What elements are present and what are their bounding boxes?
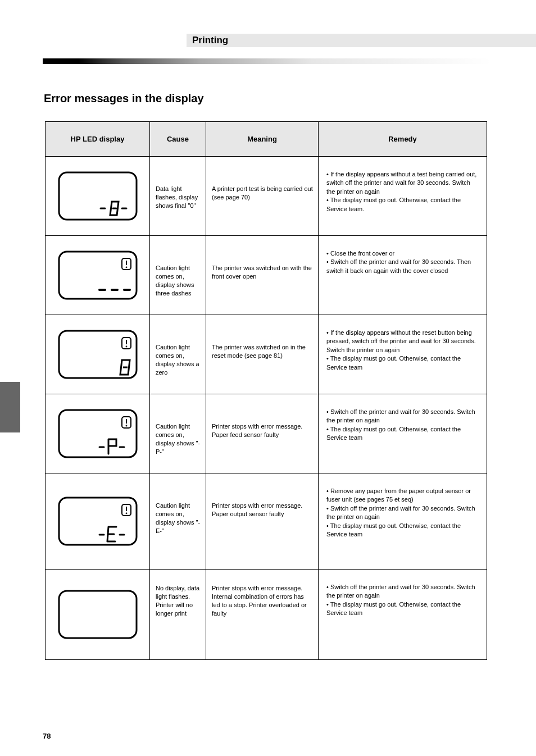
svg-point-13 [125, 346, 127, 348]
th-display-text: HP LED display [71, 135, 125, 143]
cell-cause: Caution light comes on, display shows th… [150, 236, 206, 302]
th-meaning-text: Meaning [247, 135, 277, 143]
cell-cause: No display, data light flashes. Printer … [150, 570, 206, 622]
display-icon [56, 169, 140, 223]
cell-meaning: The printer was switched on in the reset… [206, 315, 318, 365]
th-display: HP LED display [46, 122, 150, 157]
cell-cause: Caution light comes on, display shows a … [150, 315, 206, 381]
cell-meaning: A printer port test is being carried out… [206, 157, 318, 206]
table-row: Caution light comes on, display shows "-… [46, 394, 487, 473]
cell-cause: Data light flashes, display shows final … [150, 157, 206, 215]
display-icon [56, 248, 140, 302]
page-number: 78 [43, 732, 51, 740]
display-icon [56, 327, 140, 381]
svg-rect-0 [59, 172, 137, 220]
error-table: HP LED display Cause Meaning Remedy [45, 121, 487, 660]
th-remedy-text: Remedy [388, 135, 417, 143]
display-icon [56, 407, 140, 461]
header-label: Printing [192, 35, 228, 46]
side-tab [0, 382, 20, 432]
svg-point-18 [125, 425, 127, 427]
cell-meaning: Printer stops with error message. Paper … [206, 473, 318, 523]
table-row: Caution light comes on, display shows th… [46, 236, 487, 315]
cell-cause: Caution light comes on, display shows "-… [150, 394, 206, 460]
gradient-rule [43, 58, 491, 64]
cell-remedy: • If the display appears without a test … [319, 157, 487, 220]
header-bar [187, 34, 536, 47]
table-row: No display, data light flashes. Printer … [46, 570, 487, 660]
th-cause-text: Cause [167, 135, 189, 143]
th-cause: Cause [150, 122, 206, 157]
display-icon [56, 588, 140, 641]
svg-point-24 [125, 513, 127, 514]
cell-remedy: • Switch off the printer and wait for 30… [319, 570, 487, 625]
section-title: Error messages in the display [44, 92, 204, 105]
svg-rect-27 [59, 591, 137, 638]
table-row: Caution light comes on, display shows "-… [46, 473, 487, 570]
table-row: Data light flashes, display shows final … [46, 157, 487, 236]
cell-meaning: Printer stops with error message. Intern… [206, 570, 318, 622]
display-icon [56, 494, 140, 548]
cell-remedy: • Switch off the printer and wait for 30… [319, 394, 487, 449]
cell-remedy: • If the display appears without the res… [319, 315, 487, 379]
cell-remedy: • Remove any paper from the paper output… [319, 473, 487, 545]
th-remedy: Remedy [319, 122, 487, 157]
table-row: Caution light comes on, display shows a … [46, 315, 487, 394]
th-meaning: Meaning [206, 122, 319, 157]
cell-cause: Caution light comes on, display shows "-… [150, 473, 206, 539]
cell-meaning: Printer stops with error message. Paper … [206, 394, 318, 444]
svg-point-6 [125, 267, 127, 268]
cell-remedy: • Close the front cover or • Switch off … [319, 236, 487, 282]
cell-meaning: The printer was switched on with the fro… [206, 236, 318, 285]
